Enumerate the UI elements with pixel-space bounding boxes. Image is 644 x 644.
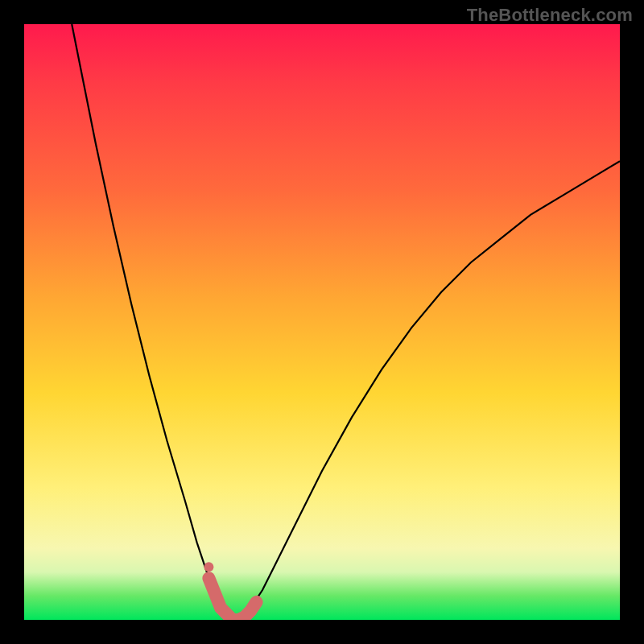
chart-frame: TheBottleneck.com [0,0,644,644]
watermark-text: TheBottleneck.com [467,5,633,26]
plot-area [24,24,620,620]
curve-overlay [24,24,620,620]
bottleneck-curve [72,24,620,620]
minimum-marker-dot [204,562,213,572]
minimum-marker [204,562,256,620]
minimum-marker-path [208,578,256,620]
